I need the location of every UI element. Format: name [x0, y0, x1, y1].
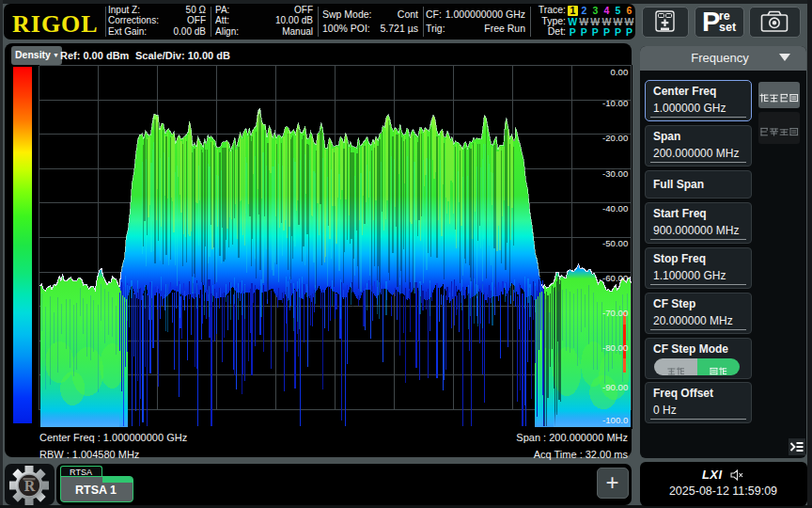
svg-text:-80.00: -80.00	[602, 342, 628, 353]
svg-text:-100.0: -100.0	[602, 415, 628, 425]
svg-text:-70.00: -70.00	[602, 308, 628, 318]
svg-text:-60.00: -60.00	[602, 273, 628, 283]
svg-text:-20.00: -20.00	[602, 133, 628, 143]
svg-text:-30.00: -30.00	[602, 168, 628, 179]
svg-text:0.00: 0.00	[610, 67, 628, 77]
svg-text:-40.00: -40.00	[602, 203, 628, 214]
svg-text:-10.00: -10.00	[602, 98, 628, 108]
svg-text:-90.00: -90.00	[602, 382, 628, 392]
svg-text:-50.00: -50.00	[602, 238, 628, 248]
svg-text:R: R	[24, 478, 36, 494]
